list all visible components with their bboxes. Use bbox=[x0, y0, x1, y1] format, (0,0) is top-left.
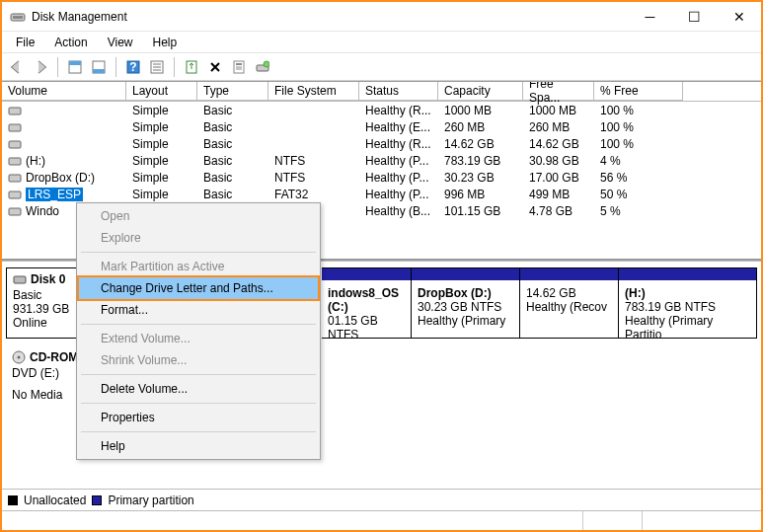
column-header-status[interactable]: Status bbox=[359, 82, 438, 101]
delete-button[interactable] bbox=[204, 56, 226, 78]
menu-file[interactable]: File bbox=[6, 34, 44, 51]
view-bottom-button[interactable] bbox=[88, 56, 110, 78]
column-headers: VolumeLayoutTypeFile SystemStatusCapacit… bbox=[2, 82, 761, 102]
svg-rect-21 bbox=[9, 141, 21, 148]
table-row[interactable]: SimpleBasicHealthy (R...14.62 GB14.62 GB… bbox=[2, 135, 761, 152]
partition[interactable]: indows8_OS (C:)01.15 GB NTFSealthy (Boot… bbox=[322, 268, 411, 338]
column-header-pct[interactable]: % Free bbox=[594, 82, 683, 101]
menu-help[interactable]: Help bbox=[143, 34, 188, 51]
properties-button[interactable] bbox=[228, 56, 250, 78]
cell-status: Healthy (P... bbox=[359, 154, 438, 168]
cell-pct: 50 % bbox=[594, 188, 683, 201]
cell-status: Healthy (P... bbox=[359, 171, 438, 185]
svg-rect-19 bbox=[9, 108, 21, 114]
svg-rect-25 bbox=[9, 208, 21, 215]
volume-icon bbox=[8, 204, 22, 218]
table-row[interactable]: SimpleBasicHealthy (R...1000 MB1000 MB10… bbox=[2, 102, 761, 118]
cell-capacity: 783.19 GB bbox=[438, 154, 523, 168]
cell-type: Basic bbox=[197, 120, 268, 134]
svg-rect-5 bbox=[93, 69, 105, 73]
menu-item[interactable]: Delete Volume... bbox=[79, 378, 318, 400]
refresh-button[interactable] bbox=[181, 56, 202, 78]
svg-rect-22 bbox=[9, 158, 21, 165]
cell-pct: 100 % bbox=[594, 104, 683, 117]
menu-item[interactable]: Help bbox=[79, 435, 318, 457]
menu-separator bbox=[81, 431, 316, 432]
cell-pct: 5 % bbox=[594, 204, 683, 218]
cell-layout: Simple bbox=[126, 120, 197, 134]
cell-layout: Simple bbox=[126, 171, 197, 185]
menu-separator bbox=[81, 324, 316, 325]
volume-icon bbox=[8, 104, 22, 117]
toolbar: ? bbox=[2, 53, 761, 81]
close-button[interactable]: ✕ bbox=[717, 2, 761, 31]
column-header-free[interactable]: Free Spa... bbox=[523, 82, 594, 101]
view-top-button[interactable] bbox=[64, 56, 86, 78]
menu-view[interactable]: View bbox=[98, 34, 143, 51]
cell-fs: NTFS bbox=[268, 171, 359, 185]
cell-free: 260 MB bbox=[523, 120, 594, 134]
maximize-button[interactable]: ☐ bbox=[672, 2, 717, 31]
partition[interactable]: 14.62 GBHealthy (Recov bbox=[519, 268, 618, 338]
volume-icon bbox=[8, 154, 22, 168]
menu-item[interactable]: Change Drive Letter and Paths... bbox=[77, 275, 320, 301]
statusbar bbox=[2, 510, 761, 530]
help-button[interactable]: ? bbox=[122, 56, 144, 78]
rescan-button[interactable] bbox=[252, 56, 273, 78]
cell-status: Healthy (R... bbox=[359, 137, 438, 151]
cell-status: Healthy (E... bbox=[359, 120, 438, 134]
svg-rect-23 bbox=[9, 175, 21, 182]
legend-unallocated-swatch bbox=[8, 495, 18, 505]
cell-capacity: 1000 MB bbox=[438, 104, 523, 117]
table-row[interactable]: SimpleBasicHealthy (E...260 MB260 MB100 … bbox=[2, 118, 761, 135]
menu-separator bbox=[81, 374, 316, 375]
settings-button[interactable] bbox=[146, 56, 168, 78]
legend-primary-label: Primary partition bbox=[108, 494, 193, 507]
disk-0-info[interactable]: Disk 0 Basic 931.39 GB Online bbox=[6, 267, 80, 339]
svg-point-28 bbox=[18, 356, 21, 359]
column-header-capacity[interactable]: Capacity bbox=[438, 82, 523, 101]
cell-free: 499 MB bbox=[523, 188, 594, 201]
table-row[interactable]: (H:)SimpleBasicNTFSHealthy (P...783.19 G… bbox=[2, 152, 761, 169]
disk-0-size: 931.39 GB bbox=[13, 302, 73, 316]
column-header-type[interactable]: Type bbox=[197, 82, 268, 101]
cell-capacity: 260 MB bbox=[438, 120, 523, 134]
svg-rect-3 bbox=[69, 61, 81, 65]
column-header-layout[interactable]: Layout bbox=[126, 82, 197, 101]
table-row[interactable]: DropBox (D:)SimpleBasicNTFSHealthy (P...… bbox=[2, 169, 761, 186]
svg-point-18 bbox=[264, 61, 269, 67]
cell-status: Healthy (P... bbox=[359, 188, 438, 201]
cell-layout: Simple bbox=[126, 188, 197, 201]
cell-pct: 4 % bbox=[594, 154, 683, 168]
menu-item[interactable]: Format... bbox=[79, 299, 318, 321]
partition[interactable]: (H:)783.19 GB NTFSHealthy (Primary Parti… bbox=[618, 268, 756, 338]
column-header-fs[interactable]: File System bbox=[268, 82, 359, 101]
svg-rect-26 bbox=[14, 276, 26, 283]
cell-pct: 100 % bbox=[594, 120, 683, 134]
cell-volume: LRS_ESP bbox=[2, 188, 126, 201]
cell-free: 1000 MB bbox=[523, 104, 594, 117]
cell-fs: FAT32 bbox=[268, 188, 359, 201]
menu-separator bbox=[81, 403, 316, 404]
minimize-button[interactable]: ─ bbox=[628, 2, 672, 31]
menu-item[interactable]: Properties bbox=[79, 407, 318, 428]
volume-icon bbox=[8, 120, 22, 134]
window: Disk Management ─ ☐ ✕ File Action View H… bbox=[0, 0, 763, 532]
cell-capacity: 101.15 GB bbox=[438, 204, 523, 218]
menu-item: Extend Volume... bbox=[79, 328, 318, 349]
cell-layout: Simple bbox=[126, 137, 197, 151]
cell-capacity: 30.23 GB bbox=[438, 171, 523, 185]
legend: Unallocated Primary partition bbox=[2, 489, 761, 510]
menu-action[interactable]: Action bbox=[44, 34, 97, 51]
column-header-volume[interactable]: Volume bbox=[2, 82, 126, 101]
window-title: Disk Management bbox=[32, 10, 628, 24]
table-row[interactable]: LRS_ESPSimpleBasicFAT32Healthy (P...996 … bbox=[2, 186, 761, 202]
partition[interactable]: DropBox (D:)30.23 GB NTFSHealthy (Primar… bbox=[411, 268, 519, 338]
app-icon bbox=[10, 9, 26, 25]
cell-status: Healthy (B... bbox=[359, 204, 438, 218]
forward-button[interactable] bbox=[30, 56, 51, 78]
back-button[interactable] bbox=[6, 56, 28, 78]
context-menu: OpenExploreMark Partition as ActiveChang… bbox=[76, 202, 321, 460]
cell-volume bbox=[2, 137, 126, 151]
cell-type: Basic bbox=[197, 154, 268, 168]
